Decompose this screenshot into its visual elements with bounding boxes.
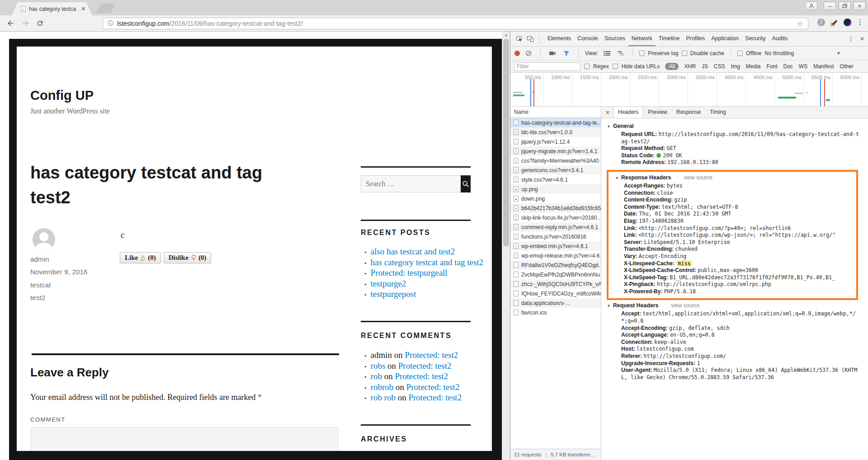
network-request-row[interactable]: wp-emoji-release.min.js?ver=4.6.1: [510, 251, 601, 260]
devtools-close-icon[interactable]: ✕: [860, 36, 864, 42]
bookmark-star-icon[interactable]: ☆: [797, 19, 803, 28]
search-input[interactable]: [361, 175, 461, 192]
detail-tab-preview[interactable]: Preview: [643, 107, 672, 118]
forward-button[interactable]: [21, 19, 30, 28]
filter-type-media[interactable]: Media: [746, 63, 761, 70]
network-request-row[interactable]: IQHow_FEYIDC4Gzy_m8fcoWiM…: [510, 289, 601, 298]
devtools-tab-audits[interactable]: Audits: [769, 32, 791, 46]
view-source-link[interactable]: view source: [671, 302, 699, 309]
network-request-row[interactable]: wp-embed.min.js?ver=4.6.1: [510, 241, 601, 251]
list-view-icon[interactable]: [601, 48, 612, 59]
network-overview-timeline[interactable]: 500 ms1000 ms1500 ms2000 ms2500 ms3000 m…: [510, 73, 868, 107]
commented-post-link[interactable]: Protected: test2: [406, 382, 460, 392]
network-request-row[interactable]: up.png: [510, 184, 601, 194]
detail-tab-response[interactable]: Response: [672, 107, 705, 118]
request-headers-section-header[interactable]: ▼ Request Headers view source: [607, 302, 868, 309]
network-request-row[interactable]: down.png: [510, 194, 601, 203]
reload-button[interactable]: [36, 19, 44, 27]
recent-post-link[interactable]: has category testcat and tag test2: [371, 258, 484, 267]
response-headers-section-header[interactable]: ▼ Response Headers view source: [615, 174, 856, 181]
network-request-row[interactable]: zhcz-_WihjSQC0oHJ9TCYPk_vA…: [510, 279, 601, 289]
commented-post-link[interactable]: Protected: test2: [408, 393, 462, 402]
devtools-tab-elements[interactable]: Elements: [544, 32, 574, 46]
minimize-button[interactable]: —: [824, 2, 836, 10]
tab-close-icon[interactable]: ✕: [81, 6, 86, 12]
extension-circle-icon[interactable]: [844, 19, 851, 26]
comment-author-link[interactable]: robrob: [371, 382, 394, 392]
name-column-header[interactable]: Name: [510, 107, 601, 118]
devtools-tab-sources[interactable]: Sources: [601, 32, 628, 46]
filter-funnel-icon[interactable]: [561, 48, 572, 59]
like-button[interactable]: Like (0): [120, 252, 161, 263]
filter-type-ws[interactable]: WS: [799, 63, 807, 70]
network-request-row[interactable]: favicon.ico: [510, 308, 601, 317]
device-toolbar-icon[interactable]: [525, 33, 536, 44]
browser-menu-icon[interactable]: ⋮: [857, 18, 863, 26]
network-request-row[interactable]: genericons.css?ver=3.4.1: [510, 165, 601, 175]
recent-post-link[interactable]: also has testcat and test2: [371, 247, 455, 256]
filter-type-font[interactable]: Font: [767, 63, 778, 70]
detail-tab-timing[interactable]: Timing: [705, 107, 731, 118]
new-tab-button[interactable]: [96, 4, 115, 13]
network-request-row[interactable]: jquery.js?ver=1.12.4: [510, 137, 601, 146]
offline-checkbox[interactable]: [737, 51, 743, 56]
extension-f-icon[interactable]: f: [817, 19, 825, 26]
profile-button[interactable]: [805, 2, 817, 10]
post-category[interactable]: testcat: [30, 281, 51, 289]
url-bar[interactable]: ⓘ lstestconfigup.com/2016/11/09/has-cate…: [103, 18, 808, 29]
devtools-tab-profiles[interactable]: Profiles: [683, 32, 708, 46]
devtools-menu-icon[interactable]: ⋮: [848, 36, 854, 42]
browser-tab[interactable]: has category testca ✕: [12, 2, 92, 15]
filter-type-doc[interactable]: Doc: [783, 63, 793, 70]
network-request-row[interactable]: style.css?ver=4.6.1: [510, 175, 601, 184]
network-request-row[interactable]: data:application/x-…: [510, 298, 601, 308]
network-request-row[interactable]: functions.js?ver=20160816: [510, 232, 601, 241]
post-tag[interactable]: test2: [30, 294, 46, 301]
close-window-button[interactable]: ✕: [854, 2, 866, 10]
network-request-row[interactable]: skip-link-focus-fix.js?ver=20160…: [510, 213, 601, 222]
filter-type-xhr[interactable]: XHR: [684, 63, 696, 70]
comment-author-link[interactable]: robs: [371, 361, 386, 371]
network-request-row[interactable]: css?family=Merriweather%3A40…: [510, 156, 601, 165]
waterfall-view-icon[interactable]: [615, 48, 626, 59]
recent-post-link[interactable]: testpurge2: [371, 279, 406, 288]
network-request-row[interactable]: ldc-lite.css?ver=1.0.0: [510, 127, 601, 137]
dislike-button[interactable]: Dislike (0): [164, 252, 212, 263]
regex-checkbox[interactable]: [584, 64, 590, 69]
network-request-row[interactable]: has-category-testcat-and-tag-te…: [510, 118, 601, 127]
comment-textarea[interactable]: [31, 427, 338, 451]
devtools-tab-console[interactable]: Console: [574, 32, 601, 46]
hide-data-urls-checkbox[interactable]: [613, 64, 618, 69]
screenshot-camera-icon[interactable]: [547, 48, 558, 59]
filter-type-js[interactable]: JS: [702, 63, 708, 70]
network-request-row[interactable]: RFda8w1V0eDZheqfcyQ4EOgd…: [510, 260, 601, 270]
network-request-row[interactable]: ZvcMqxEwPfh2qDWBPxn6nnNu…: [510, 270, 601, 279]
scrollbar-thumb[interactable]: [503, 39, 509, 247]
network-filter-input[interactable]: [514, 62, 580, 71]
detail-tab-headers[interactable]: Headers: [613, 107, 643, 118]
devtools-tab-application[interactable]: Application: [708, 32, 742, 46]
network-request-row[interactable]: b642b4217b34b1e8d3bd915fc65…: [510, 203, 601, 213]
page-scrollbar[interactable]: ▲: [502, 32, 510, 460]
recent-post-link[interactable]: Protected: testpurgeall: [371, 268, 448, 277]
filter-type-img[interactable]: Img: [731, 63, 740, 70]
maximize-button[interactable]: [839, 2, 851, 10]
page-info-icon[interactable]: ⓘ: [108, 19, 113, 28]
filter-type-other[interactable]: Other: [840, 63, 854, 70]
close-detail-icon[interactable]: ✕: [602, 107, 613, 118]
search-button[interactable]: [461, 175, 471, 192]
filter-type-manifest[interactable]: Manifest: [813, 63, 834, 70]
record-icon[interactable]: [514, 51, 520, 56]
commented-post-link[interactable]: Protected: test2: [398, 361, 452, 371]
devtools-tab-network[interactable]: Network: [628, 32, 656, 46]
comment-author-link[interactable]: rob: [371, 371, 382, 381]
throttling-select[interactable]: No throttling ▼: [764, 50, 840, 56]
inspect-element-icon[interactable]: [514, 33, 525, 44]
general-section-header[interactable]: ▼ General: [607, 123, 868, 129]
recent-post-link[interactable]: testpurgepost: [371, 289, 416, 299]
post-author[interactable]: admin: [30, 255, 49, 263]
back-button[interactable]: [6, 19, 15, 28]
network-request-row[interactable]: comment-reply.min.js?ver=4.6.1: [510, 222, 601, 232]
site-title[interactable]: Config UP: [30, 88, 94, 103]
filter-type-all[interactable]: All: [665, 63, 678, 70]
